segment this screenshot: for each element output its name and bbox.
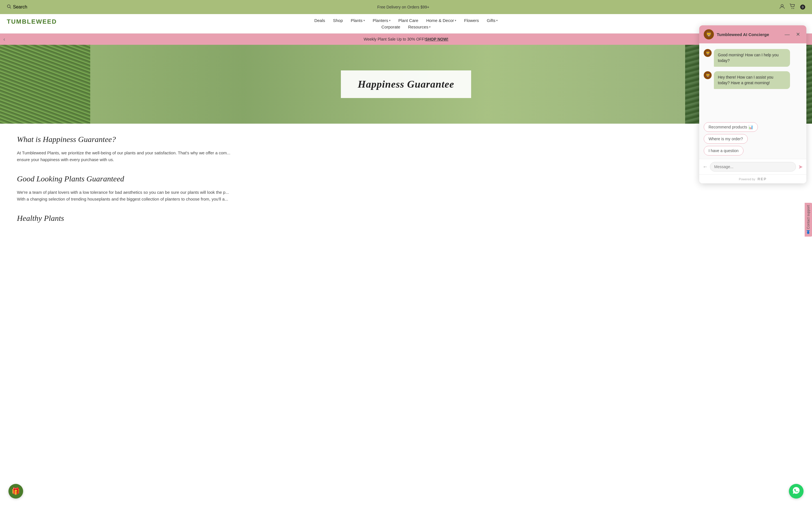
contact-icon: 👤: [806, 230, 810, 234]
banner-text: Weekly Plant Sale Up to 30% OFF!: [364, 37, 425, 41]
chat-widget: 🦁 Tumbleweed AI Concierge — ✕ 🦁 Good mor…: [699, 25, 806, 183]
hero-section: Happiness Guarantee: [0, 45, 812, 124]
section2-heading: Good Looking Plants Guaranteed: [17, 174, 237, 183]
logo[interactable]: TUMBLEWEED: [7, 18, 57, 25]
chat-header-actions: — ✕: [783, 31, 802, 38]
promo-banner: ‹ Weekly Plant Sale Up to 30% OFF! SHOP …: [0, 34, 812, 45]
hero-plant-left: [0, 45, 90, 124]
banner-shop-link[interactable]: SHOP NOW!: [425, 37, 448, 41]
chat-message-1: 🦁 Good morning! How can I help you today…: [704, 49, 802, 67]
hero-title: Happiness Guarantee: [358, 78, 454, 90]
chat-input-row: ← ➤: [699, 159, 806, 174]
chevron-down-icon: ▾: [429, 25, 430, 29]
main-nav: TUMBLEWEED Deals Shop Plants▾ Planters▾ …: [0, 14, 812, 34]
nav-home-decor[interactable]: Home & Decor▾: [426, 18, 456, 23]
nav-shop[interactable]: Shop: [333, 18, 343, 23]
chat-bubble-2: Hey there! How can I assist you today? H…: [714, 71, 790, 89]
chat-title: Tumbleweed AI Concierge: [717, 32, 780, 37]
section1-body: At Tumbleweed Plants, we prioritize the …: [17, 150, 237, 163]
search-icon: [7, 4, 11, 10]
main-content: What is Happiness Guarantee? At Tumblewe…: [0, 124, 282, 240]
svg-point-3: [792, 8, 792, 9]
chat-msg-avatar-2: 🦁: [704, 71, 712, 79]
chat-brand-logo: REP: [758, 177, 767, 181]
chat-body: 🦁 Good morning! How can I help you today…: [699, 43, 806, 122]
chat-suggestions: Recommend products 📊 Where is my order? …: [699, 122, 806, 159]
section1-heading: What is Happiness Guarantee?: [17, 135, 237, 144]
chat-powered-by-text: Powered by: [739, 177, 755, 181]
chat-minimize-button[interactable]: —: [783, 31, 792, 38]
svg-point-0: [7, 5, 10, 8]
chat-message-2: 🦁 Hey there! How can I assist you today?…: [704, 71, 802, 89]
section3-heading: Healthy Plants: [17, 214, 237, 223]
nav-plant-care[interactable]: Plant Care: [398, 18, 418, 23]
top-bar-icons: 0: [779, 4, 805, 10]
cart-count: 0: [800, 4, 805, 10]
chat-msg-avatar-1: 🦁: [704, 49, 712, 57]
account-icon[interactable]: [779, 4, 785, 10]
nav-corporate[interactable]: Corporate: [382, 24, 400, 29]
promo-text: Free Delivery on Orders $99+: [377, 5, 429, 9]
nav-row-2: Corporate Resources▾: [7, 24, 805, 29]
chevron-down-icon: ▾: [363, 19, 365, 22]
contact-support-tab[interactable]: 👤 Contact support: [805, 203, 812, 237]
svg-line-1: [10, 7, 11, 8]
suggest-order-status[interactable]: Where is my order?: [704, 134, 748, 144]
suggest-question[interactable]: I have a question: [704, 146, 744, 156]
nav-deals[interactable]: Deals: [314, 18, 325, 23]
nav-plants[interactable]: Plants▾: [351, 18, 365, 23]
chevron-down-icon: ▾: [389, 19, 391, 22]
chat-send-button[interactable]: ➤: [798, 163, 803, 170]
chat-header: 🦁 Tumbleweed AI Concierge — ✕: [699, 25, 806, 43]
nav-row-1: Deals Shop Plants▾ Planters▾ Plant Care …: [7, 18, 805, 23]
chat-bubble-1: Good morning! How can I help you today?: [714, 49, 790, 67]
suggest-recommend-products[interactable]: Recommend products 📊: [704, 122, 758, 132]
svg-point-2: [781, 4, 783, 7]
search-button[interactable]: Search: [7, 4, 28, 10]
hero-title-box: Happiness Guarantee: [341, 70, 471, 98]
chat-message-input[interactable]: [710, 162, 796, 172]
chevron-down-icon: ▾: [455, 19, 456, 22]
nav-flowers[interactable]: Flowers: [464, 18, 479, 23]
nav-gifts[interactable]: Gifts▾: [487, 18, 498, 23]
chat-header-avatar: 🦁: [704, 29, 714, 40]
chat-back-button[interactable]: ←: [703, 164, 708, 170]
banner-prev-arrow[interactable]: ‹: [3, 36, 5, 42]
contact-support-label: Contact support: [806, 205, 810, 229]
chat-footer: Powered by REP: [699, 174, 806, 183]
search-label: Search: [13, 4, 28, 10]
chevron-down-icon: ▾: [496, 19, 498, 22]
section2-body: We're a team of plant lovers with a low …: [17, 189, 237, 203]
nav-planters[interactable]: Planters▾: [373, 18, 391, 23]
cart-icon[interactable]: [790, 4, 796, 10]
chat-close-button[interactable]: ✕: [794, 31, 802, 38]
nav-resources[interactable]: Resources▾: [408, 24, 431, 29]
svg-point-4: [793, 8, 794, 9]
top-bar: Search Free Delivery on Orders $99+ 0: [0, 0, 812, 14]
